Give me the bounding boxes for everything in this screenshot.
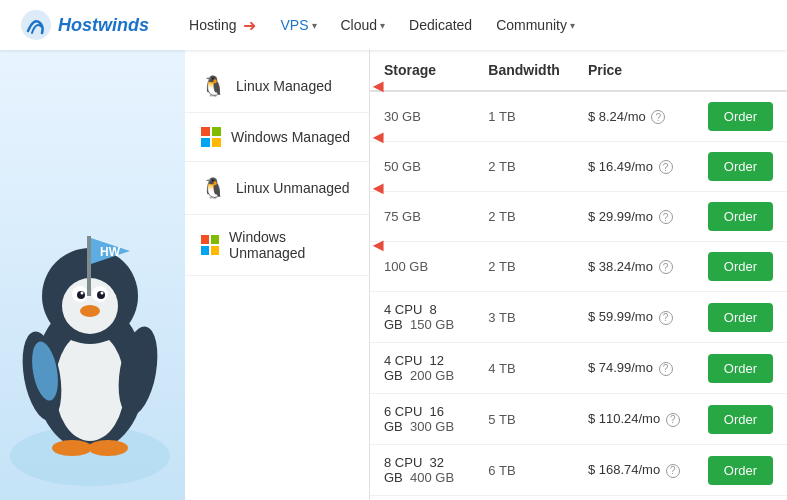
vps-linux-unmanaged[interactable]: 🐧 Linux Unmanaged ◄ — [185, 162, 369, 215]
linux-icon: 🐧 — [201, 74, 226, 98]
linux-unmanaged-arrow: ◄ — [369, 178, 387, 199]
cell-price: $ 29.99/mo ? — [574, 192, 694, 242]
main-content: HW 🐧 Linux Managed ◄ Windows Managed ◄ 🐧… — [0, 50, 787, 500]
windows-managed-arrow: ◄ — [369, 127, 387, 148]
cell-order: Order — [694, 242, 787, 292]
penguin-illustration: HW — [0, 176, 185, 500]
cell-bandwidth: 2 TB — [474, 142, 574, 192]
table-row: 75 GB 2 TB $ 29.99/mo ? Order — [370, 192, 787, 242]
info-icon[interactable]: ? — [659, 311, 673, 325]
logo-text: Hostwinds — [58, 15, 149, 36]
logo-icon — [20, 9, 52, 41]
linux-unmanaged-icon: 🐧 — [201, 176, 226, 200]
header: Hostwinds Hosting ➜ VPS ▾ Cloud ▾ Dedica… — [0, 0, 787, 50]
hosting-arrow: ➜ — [243, 16, 256, 35]
vps-chevron: ▾ — [312, 20, 317, 31]
cell-price: $ 16.49/mo ? — [574, 142, 694, 192]
info-icon[interactable]: ? — [666, 464, 680, 478]
svg-point-10 — [81, 292, 84, 295]
cell-storage: 4 CPU 8 GB 150 GB — [370, 292, 474, 343]
cell-price: $ 110.24/mo ? — [574, 394, 694, 445]
cell-storage: 8 CPU 32 GB 400 GB — [370, 445, 474, 496]
svg-point-12 — [80, 305, 100, 317]
cell-bandwidth: 6 TB — [474, 445, 574, 496]
cell-price: $ 168.74/mo ? — [574, 445, 694, 496]
info-icon[interactable]: ? — [666, 413, 680, 427]
cell-order: Order — [694, 445, 787, 496]
col-bandwidth: Bandwidth — [474, 50, 574, 91]
order-button[interactable]: Order — [708, 102, 773, 131]
order-button[interactable]: Order — [708, 252, 773, 281]
table-row: 8 CPU 32 GB 400 GB 6 TB $ 168.74/mo ? Or… — [370, 445, 787, 496]
cell-price: $ 74.99/mo ? — [574, 343, 694, 394]
community-chevron: ▾ — [570, 20, 575, 31]
info-icon[interactable]: ? — [651, 110, 665, 124]
order-button[interactable]: Order — [708, 202, 773, 231]
col-action — [694, 50, 787, 91]
svg-rect-18 — [87, 236, 91, 296]
order-button[interactable]: Order — [708, 354, 773, 383]
cell-storage: 6 CPU 16 GB 300 GB — [370, 394, 474, 445]
nav-hosting[interactable]: Hosting ➜ — [179, 10, 266, 41]
order-button[interactable]: Order — [708, 152, 773, 181]
cell-price: $ 274.49/mo ? — [574, 496, 694, 501]
svg-point-17 — [88, 440, 128, 456]
penguin-svg: HW — [0, 176, 185, 496]
logo[interactable]: Hostwinds — [20, 9, 149, 41]
vps-windows-managed[interactable]: Windows Managed ◄ — [185, 113, 369, 162]
table-row: 50 GB 2 TB $ 16.49/mo ? Order — [370, 142, 787, 192]
table-row: 30 GB 1 TB $ 8.24/mo ? Order — [370, 91, 787, 142]
main-nav: Hosting ➜ VPS ▾ Cloud ▾ Dedicated Commun… — [179, 10, 767, 41]
vps-windows-unmanaged[interactable]: Windows Unmanaged ◄ — [185, 215, 369, 276]
cell-bandwidth: 8 TB — [474, 496, 574, 501]
vps-submenu: 🐧 Linux Managed ◄ Windows Managed ◄ 🐧 Li… — [185, 50, 370, 500]
cell-order: Order — [694, 343, 787, 394]
linux-managed-arrow: ◄ — [369, 76, 387, 97]
cell-storage: 4 CPU 12 GB 200 GB — [370, 343, 474, 394]
col-price: Price — [574, 50, 694, 91]
cell-bandwidth: 4 TB — [474, 343, 574, 394]
windows-unmanaged-arrow: ◄ — [369, 235, 387, 256]
table-row: 6 CPU 16 GB 300 GB 5 TB $ 110.24/mo ? Or… — [370, 394, 787, 445]
table-row: 4 CPU 12 GB 200 GB 4 TB $ 74.99/mo ? Ord… — [370, 343, 787, 394]
cell-order: Order — [694, 394, 787, 445]
nav-community[interactable]: Community ▾ — [486, 11, 585, 39]
svg-point-3 — [55, 331, 125, 441]
svg-point-16 — [52, 440, 92, 456]
nav-dedicated[interactable]: Dedicated — [399, 11, 482, 39]
cell-bandwidth: 5 TB — [474, 394, 574, 445]
cell-price: $ 8.24/mo ? — [574, 91, 694, 142]
table-row: 4 CPU 8 GB 150 GB 3 TB $ 59.99/mo ? Orde… — [370, 292, 787, 343]
info-icon[interactable]: ? — [659, 160, 673, 174]
order-button[interactable]: Order — [708, 456, 773, 485]
windows-icon — [201, 127, 221, 147]
order-button[interactable]: Order — [708, 303, 773, 332]
cell-order: Order — [694, 91, 787, 142]
cell-storage: 12 CPU 64 GB 500 GB — [370, 496, 474, 501]
cell-bandwidth: 2 TB — [474, 192, 574, 242]
svg-text:HW: HW — [100, 245, 121, 259]
table-row: 12 CPU 64 GB 500 GB 8 TB $ 274.49/mo ? O… — [370, 496, 787, 501]
order-button[interactable]: Order — [708, 405, 773, 434]
windows-unmanaged-icon — [201, 235, 219, 255]
cell-bandwidth: 2 TB — [474, 242, 574, 292]
table-row: 100 GB 2 TB $ 38.24/mo ? Order — [370, 242, 787, 292]
info-icon[interactable]: ? — [659, 260, 673, 274]
cell-price: $ 38.24/mo ? — [574, 242, 694, 292]
cell-order: Order — [694, 496, 787, 501]
cell-price: $ 59.99/mo ? — [574, 292, 694, 343]
nav-cloud[interactable]: Cloud ▾ — [331, 11, 396, 39]
cell-order: Order — [694, 142, 787, 192]
cell-order: Order — [694, 192, 787, 242]
table-header-row: Storage Bandwidth Price — [370, 50, 787, 91]
sidebar-banner: HW — [0, 50, 185, 500]
cell-bandwidth: 1 TB — [474, 91, 574, 142]
nav-vps[interactable]: VPS ▾ — [270, 11, 326, 39]
cell-order: Order — [694, 292, 787, 343]
svg-point-11 — [101, 292, 104, 295]
info-icon[interactable]: ? — [659, 210, 673, 224]
pricing-table: Storage Bandwidth Price 30 GB 1 TB $ 8.2… — [370, 50, 787, 500]
vps-linux-managed[interactable]: 🐧 Linux Managed ◄ — [185, 60, 369, 113]
info-icon[interactable]: ? — [659, 362, 673, 376]
cloud-chevron: ▾ — [380, 20, 385, 31]
